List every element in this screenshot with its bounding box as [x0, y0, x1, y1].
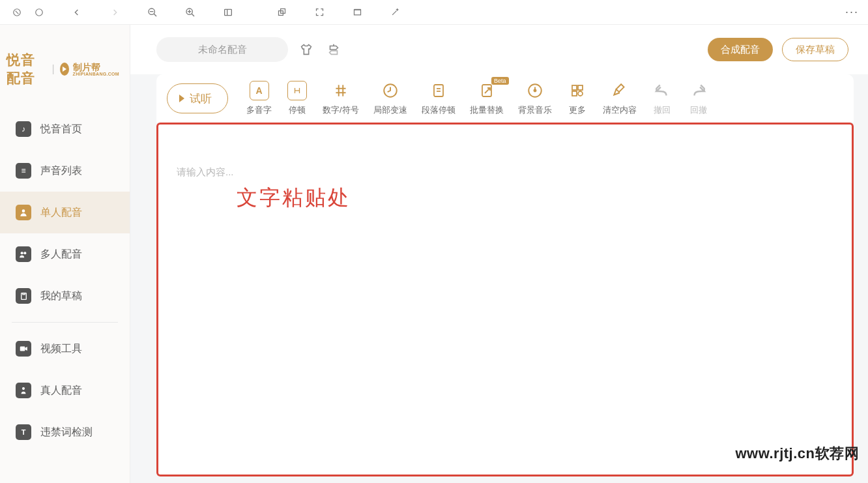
note-icon: ♪ — [16, 121, 31, 137]
tool-number-symbol[interactable]: 数字/符号 — [316, 81, 366, 116]
sidebar-item-home[interactable]: ♪ 悦音首页 — [0, 108, 130, 150]
nav-divider — [12, 322, 118, 323]
tool-clear[interactable]: 清空内容 — [596, 81, 643, 116]
save-draft-button[interactable]: 保存草稿 — [782, 38, 848, 61]
sidebar-item-label: 视频工具 — [40, 342, 82, 356]
tool-speed[interactable]: 局部变速 — [367, 81, 414, 116]
zoom-in-icon[interactable] — [181, 3, 199, 22]
main-panel: 未命名配音 合成配音 保存草稿 试听 A 多音字 停顿 — [130, 25, 868, 483]
svg-rect-37 — [434, 85, 443, 96]
svg-point-44 — [534, 89, 536, 91]
sidebar-item-drafts[interactable]: 我的草稿 — [0, 275, 130, 317]
forward-icon[interactable] — [106, 3, 124, 22]
svg-rect-45 — [572, 85, 577, 90]
svg-point-2 — [36, 8, 43, 16]
shield-icon: T — [16, 424, 31, 440]
sidebar-item-label: 违禁词检测 — [40, 426, 93, 439]
tool-paragraph-pause[interactable]: 段落停顿 — [415, 81, 462, 116]
svg-rect-23 — [21, 293, 26, 299]
hash-icon — [331, 81, 351, 100]
paste-hint-annotation: 文字粘贴处 — [237, 184, 868, 212]
svg-rect-24 — [22, 293, 24, 294]
redo-icon — [689, 81, 708, 100]
sidebar-item-label: 真人配音 — [40, 384, 82, 398]
tool-redo[interactable]: 回撤 — [681, 81, 716, 116]
svg-point-21 — [21, 252, 23, 254]
magic-icon[interactable] — [386, 3, 404, 22]
tool-more[interactable]: 更多 — [560, 81, 595, 116]
tool-undo[interactable]: 撤回 — [644, 81, 680, 116]
tool-pause[interactable]: 停顿 — [280, 81, 315, 116]
beta-badge: Beta — [491, 77, 509, 85]
synthesize-button[interactable]: 合成配音 — [708, 38, 773, 61]
sidebar-item-video-tools[interactable]: 视频工具 — [0, 328, 130, 370]
editor-placeholder: 请输入内容... — [177, 166, 833, 179]
grid-icon — [568, 81, 587, 100]
browser-toolbar: ··· — [0, 0, 868, 25]
sidebar-item-forbidden-words[interactable]: T 违禁词检测 — [0, 411, 130, 453]
svg-point-27 — [22, 387, 25, 390]
mic-icon — [16, 383, 31, 398]
pause-icon — [287, 81, 307, 100]
sidebar-item-label: 我的草稿 — [40, 289, 82, 303]
svg-rect-47 — [572, 91, 577, 96]
sidebar-item-single-dub[interactable]: 单人配音 — [0, 192, 130, 233]
tshirt-icon[interactable] — [297, 40, 315, 59]
doc-title-input[interactable]: 未命名配音 — [156, 37, 288, 62]
person-icon — [16, 205, 31, 220]
music-icon — [525, 81, 545, 100]
svg-line-41 — [485, 88, 490, 93]
tool-polyphone[interactable]: A 多音字 — [240, 81, 278, 116]
more-menu-icon[interactable]: ··· — [845, 5, 859, 19]
svg-line-17 — [392, 11, 396, 15]
broom-icon — [610, 81, 629, 100]
svg-marker-26 — [25, 347, 27, 351]
window-icon[interactable] — [348, 3, 366, 22]
back-icon[interactable] — [68, 3, 86, 22]
group-icon — [16, 246, 31, 262]
workspace: 试听 A 多音字 停顿 数字/符号 局部变速 — [130, 74, 868, 483]
watermark-text: www.rjtj.cn软荐网 — [735, 444, 859, 463]
sidebar: 悦音配音 | 制片帮 ZHIPIANBANG.COM ♪ 悦音首页 ≡ 声音列表… — [0, 25, 130, 483]
paragraph-pause-icon — [429, 81, 448, 100]
draft-icon — [16, 288, 31, 304]
logo-main-text: 悦音配音 — [7, 51, 46, 87]
sidebar-item-label: 悦音首页 — [40, 123, 82, 136]
tool-bgm[interactable]: 背景音乐 — [512, 81, 558, 116]
tool-batch-replace[interactable]: Beta 批量替换 — [463, 81, 510, 116]
undo-icon — [652, 81, 672, 100]
svg-line-1 — [16, 10, 19, 14]
signpost-icon[interactable] — [325, 40, 343, 59]
sidebar-item-voice-list[interactable]: ≡ 声音列表 — [0, 150, 130, 192]
window-copy-icon[interactable] — [272, 3, 291, 22]
svg-rect-46 — [578, 85, 583, 90]
sidebar-item-human-dub[interactable]: 真人配音 — [0, 370, 130, 411]
logo-play-icon — [60, 63, 69, 76]
fullscreen-icon[interactable] — [310, 3, 328, 22]
list-icon: ≡ — [16, 163, 31, 179]
logo: 悦音配音 | 制片帮 ZHIPIANBANG.COM — [0, 37, 130, 108]
logo-sub-text: 制片帮 ZHIPIANBANG.COM — [73, 63, 119, 76]
video-icon — [16, 341, 31, 357]
zoom-out-icon[interactable] — [143, 3, 162, 22]
reload-icon[interactable] — [30, 3, 48, 22]
text-editor[interactable]: 请输入内容... 文字粘贴处 — [156, 123, 854, 476]
tool-row: 试听 A 多音字 停顿 数字/符号 局部变速 — [156, 74, 854, 123]
svg-point-48 — [578, 91, 583, 96]
svg-point-22 — [23, 252, 26, 254]
sidebar-item-label: 多人配音 — [40, 248, 82, 261]
svg-rect-15 — [354, 10, 360, 15]
sidebar-item-label: 声音列表 — [40, 164, 82, 178]
svg-rect-25 — [20, 347, 25, 351]
sidebar-item-multi-dub[interactable]: 多人配音 — [0, 233, 130, 275]
header-row: 未命名配音 合成配音 保存草稿 — [130, 25, 868, 74]
svg-line-10 — [192, 14, 194, 16]
panel-icon[interactable] — [219, 3, 237, 22]
svg-line-6 — [154, 14, 156, 16]
sidebar-item-label: 单人配音 — [40, 206, 82, 220]
preview-button[interactable]: 试听 — [167, 83, 228, 113]
speed-icon — [381, 81, 400, 100]
polyphone-icon: A — [250, 81, 269, 100]
svg-point-20 — [22, 209, 25, 212]
stop-icon[interactable] — [8, 3, 26, 22]
